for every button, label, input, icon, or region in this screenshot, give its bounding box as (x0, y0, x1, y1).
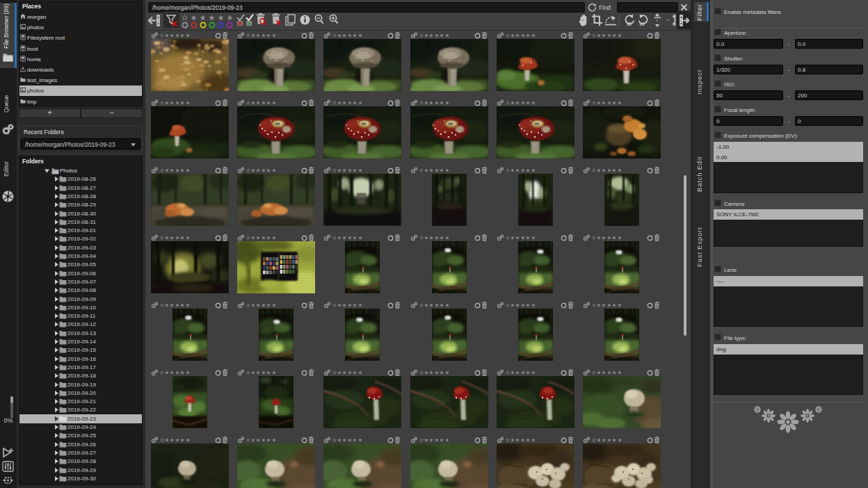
svg-text:90°: 90° (639, 22, 646, 26)
svg-text:90°: 90° (627, 22, 634, 26)
